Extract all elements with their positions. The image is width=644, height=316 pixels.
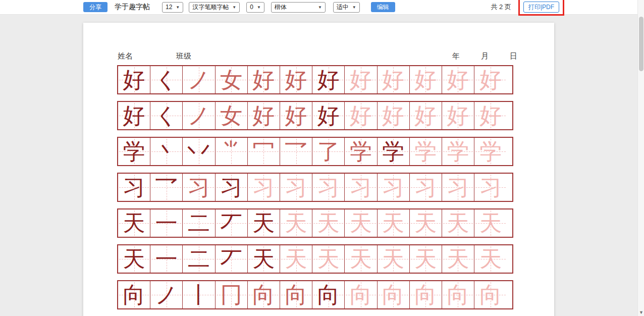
stroke-option-select[interactable]: 0 ▼	[246, 2, 264, 13]
practice-cell: 好	[442, 102, 474, 129]
practice-glyph: 乛	[285, 140, 307, 163]
practice-glyph: 天	[350, 212, 372, 234]
chevron-down-icon: ▼	[352, 5, 356, 10]
practice-cell: 习	[248, 174, 280, 201]
scroll-down-arrow-icon[interactable]: ▼	[638, 310, 644, 315]
highlight-annotation: 打印|PDF	[518, 0, 564, 16]
practice-cell: 习	[345, 174, 377, 201]
practice-cell: 冂	[216, 281, 248, 308]
practice-cell: 天	[280, 209, 312, 237]
practice-glyph: 习	[252, 176, 275, 198]
practice-cell: 学	[118, 138, 150, 165]
practice-cell: 丶	[150, 138, 183, 165]
practice-cell: 天	[248, 209, 280, 237]
practice-glyph: 好	[447, 104, 469, 127]
practice-cell: 天	[312, 245, 345, 273]
practice-glyph: 好	[317, 104, 340, 127]
practice-glyph: 习	[285, 176, 307, 198]
practice-glyph: 天	[252, 248, 275, 270]
practice-glyph: 向	[479, 284, 502, 306]
practice-glyph: 二	[188, 248, 210, 270]
practice-cell: 好	[345, 66, 377, 93]
practice-glyph: 好	[252, 69, 275, 91]
practice-glyph: 好	[382, 69, 404, 91]
practice-cell: 好	[442, 66, 474, 93]
practice-cell: 好	[474, 66, 507, 93]
practice-cell: 天	[474, 209, 507, 237]
sheet-header: 姓名 班级 年 月 日	[83, 51, 554, 62]
practice-glyph: 好	[317, 69, 340, 91]
practice-cell: 好	[410, 102, 442, 129]
practice-glyph: 冖	[252, 140, 275, 163]
chevron-down-icon: ▼	[257, 5, 261, 10]
practice-glyph: 向	[382, 284, 404, 306]
practice-glyph: 冂	[220, 284, 242, 306]
practice-glyph: 习	[447, 176, 469, 198]
practice-glyph: 向	[285, 284, 307, 306]
practice-cell: 习	[280, 174, 312, 201]
practice-glyph: 丆	[220, 212, 242, 234]
practice-cell: 天	[345, 209, 377, 237]
practice-cell: 丨	[183, 281, 215, 308]
practice-glyph: 学	[479, 140, 502, 163]
practice-grid: 好くノ女好好好好好好好好好くノ女好好好好好好好好学丶丷⺌冖乛了学学学学学习乛习习…	[117, 65, 513, 316]
practice-cell: 学	[442, 138, 474, 165]
practice-glyph: 天	[447, 248, 469, 270]
year-label: 年	[452, 51, 460, 61]
practice-cell: 好	[248, 102, 280, 129]
practice-cell: 一	[150, 245, 183, 273]
share-button[interactable]: 分享	[83, 2, 108, 12]
practice-cell: 习	[410, 174, 442, 201]
practice-cell: 向	[118, 281, 150, 308]
practice-cell: 天	[378, 209, 410, 237]
practice-cell: 乛	[150, 174, 183, 201]
sheet-type-select[interactable]: 汉字笔顺字帖 ▼	[189, 2, 240, 13]
practice-glyph: 丶	[155, 140, 178, 163]
scrollbar-thumb[interactable]	[639, 17, 643, 71]
practice-glyph: 天	[382, 248, 404, 270]
practice-glyph: 好	[123, 69, 145, 91]
practice-cell: く	[150, 66, 183, 93]
practice-cell: 好	[118, 102, 150, 129]
print-pdf-button[interactable]: 打印|PDF	[523, 2, 559, 13]
practice-row: 好くノ女好好好好好好好好	[117, 65, 513, 94]
practice-glyph: 好	[123, 104, 145, 127]
density-select[interactable]: 适中 ▼	[333, 2, 360, 13]
chevron-down-icon: ▼	[318, 5, 322, 10]
practice-cell: ノ	[183, 66, 215, 93]
vertical-scrollbar[interactable]: ▼	[637, 0, 644, 316]
practice-glyph: 天	[285, 248, 307, 270]
site-title: 学于趣字帖	[115, 3, 150, 12]
practice-glyph: く	[155, 104, 178, 127]
stroke-option-value: 0	[250, 4, 253, 11]
practice-cell: 丆	[216, 245, 248, 273]
font-size-select[interactable]: 12 ▼	[162, 2, 183, 13]
practice-cell: 学	[474, 138, 507, 165]
practice-cell: 向	[442, 281, 474, 308]
practice-glyph: 学	[447, 140, 469, 163]
practice-glyph: 学	[414, 140, 437, 163]
practice-cell: 一	[150, 209, 183, 237]
practice-glyph: 好	[414, 104, 437, 127]
practice-row: 向ノ丨冂向向向向向向向向	[117, 280, 513, 309]
practice-cell: 习	[118, 174, 150, 201]
month-label: 月	[481, 51, 489, 61]
practice-row: 学丶丷⺌冖乛了学学学学学	[117, 137, 513, 166]
practice-cell: 习	[474, 174, 507, 201]
practice-cell: 丷	[183, 138, 215, 165]
practice-glyph: 习	[350, 176, 372, 198]
practice-glyph: 丨	[188, 284, 210, 306]
density-value: 适中	[337, 3, 349, 12]
practice-glyph: 天	[479, 212, 502, 234]
practice-cell: 好	[280, 102, 312, 129]
practice-glyph: 习	[382, 176, 404, 198]
edit-button[interactable]: 编辑	[371, 2, 395, 12]
practice-glyph: 好	[382, 104, 404, 127]
practice-glyph: 一	[155, 212, 178, 234]
practice-cell: 冖	[248, 138, 280, 165]
practice-glyph: 天	[414, 248, 437, 270]
class-label: 班级	[176, 51, 191, 61]
practice-glyph: 天	[123, 212, 145, 234]
font-name-select[interactable]: 楷体 ▼	[271, 2, 326, 13]
practice-glyph: 向	[350, 284, 372, 306]
